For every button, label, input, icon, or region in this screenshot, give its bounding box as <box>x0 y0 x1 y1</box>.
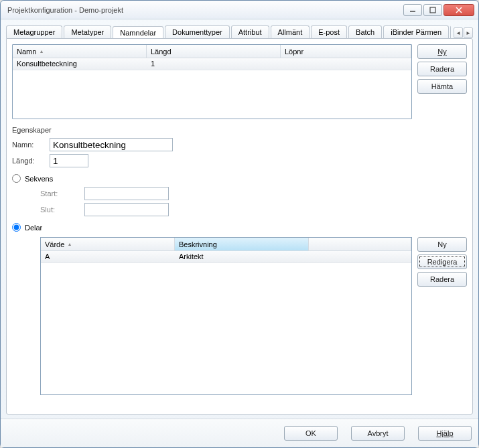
col-langd[interactable]: Längd <box>151 48 172 56</box>
tab-epost[interactable]: E-post <box>311 25 347 38</box>
slut-input[interactable] <box>84 203 169 216</box>
cell-lopnr <box>281 58 411 70</box>
tab-scroll-right-icon[interactable]: ► <box>464 27 473 38</box>
start-input[interactable] <box>84 187 169 200</box>
maximize-button[interactable] <box>423 4 442 16</box>
minimize-button[interactable] <box>403 4 422 16</box>
delar-grid[interactable]: Värde▴ Beskrivning A Arkitekt <box>40 237 412 395</box>
tab-ibinder[interactable]: iBinder Pärmen <box>383 25 449 38</box>
delar-radera-button[interactable]: Radera <box>417 272 467 287</box>
help-button[interactable]: Hjälp <box>418 426 472 441</box>
table-row[interactable]: Konsultbeteckning 1 <box>13 58 411 70</box>
namndelar-grid[interactable]: Namn▴ Längd Löpnr Konsultbeteckning 1 <box>12 44 412 119</box>
tab-panel: Namn▴ Längd Löpnr Konsultbeteckning 1 Ny… <box>6 38 473 415</box>
dialog-footer: OK Avbryt Hjälp <box>1 419 478 447</box>
slut-label: Slut: <box>40 206 78 214</box>
window-title: Projektkonfiguration - Demo-projekt <box>7 6 403 14</box>
tab-metatyper[interactable]: Metatyper <box>64 25 111 38</box>
col-namn[interactable]: Namn <box>17 48 36 56</box>
sort-asc-icon: ▴ <box>68 241 71 247</box>
svg-rect-1 <box>430 7 435 13</box>
tab-batch[interactable]: Batch <box>348 25 382 38</box>
sekvens-label: Sekvens <box>25 175 53 183</box>
tab-scroll-left-icon[interactable]: ◄ <box>454 27 463 38</box>
tab-namndelar[interactable]: Namndelar <box>113 26 163 38</box>
start-label: Start: <box>40 190 78 198</box>
delar-radio[interactable] <box>12 223 21 232</box>
cell-namn: Konsultbeteckning <box>13 58 147 70</box>
titlebar: Projektkonfiguration - Demo-projekt <box>1 1 478 19</box>
sekvens-radio[interactable] <box>12 174 21 183</box>
col-varde[interactable]: Värde <box>45 240 64 248</box>
ok-button[interactable]: OK <box>284 426 338 441</box>
namn-input[interactable] <box>50 138 173 151</box>
tab-metagrupper[interactable]: Metagrupper <box>6 25 62 38</box>
langd-input[interactable] <box>50 154 88 167</box>
cell-varde: A <box>41 251 175 263</box>
tab-ida[interactable]: IDA <box>450 25 451 38</box>
tab-allmant[interactable]: Allmänt <box>271 25 310 38</box>
delar-ny-button[interactable]: Ny <box>417 237 467 252</box>
table-row[interactable]: A Arkitekt <box>41 251 411 263</box>
window-controls <box>403 4 474 16</box>
cancel-button[interactable]: Avbryt <box>351 426 405 441</box>
hamta-button[interactable]: Hämta <box>417 79 467 94</box>
egenskaper-label: Egenskaper <box>12 126 467 134</box>
radera-button[interactable]: Radera <box>417 62 467 76</box>
tab-attribut[interactable]: Attribut <box>231 25 269 38</box>
col-beskrivning[interactable]: Beskrivning <box>179 240 217 248</box>
langd-label: Längd: <box>12 157 43 165</box>
window-body: Metagrupper Metatyper Namndelar Dokument… <box>1 19 478 419</box>
tab-dokumenttyper[interactable]: Dokumenttyper <box>165 25 230 38</box>
col-lopnr[interactable]: Löpnr <box>285 48 303 56</box>
cell-langd: 1 <box>147 58 281 70</box>
project-config-window: Projektkonfiguration - Demo-projekt Meta… <box>0 0 479 448</box>
ny-button[interactable]: Ny <box>417 44 467 59</box>
delar-redigera-button[interactable]: Redigera <box>417 254 467 269</box>
col-empty <box>309 238 411 250</box>
sort-asc-icon: ▴ <box>40 48 43 54</box>
close-button[interactable] <box>443 4 474 16</box>
namn-label: Namn: <box>12 141 43 149</box>
delar-label: Delar <box>25 224 42 232</box>
cell-beskrivning: Arkitekt <box>175 251 309 263</box>
tab-strip: Metagrupper Metatyper Namndelar Dokument… <box>6 23 473 38</box>
